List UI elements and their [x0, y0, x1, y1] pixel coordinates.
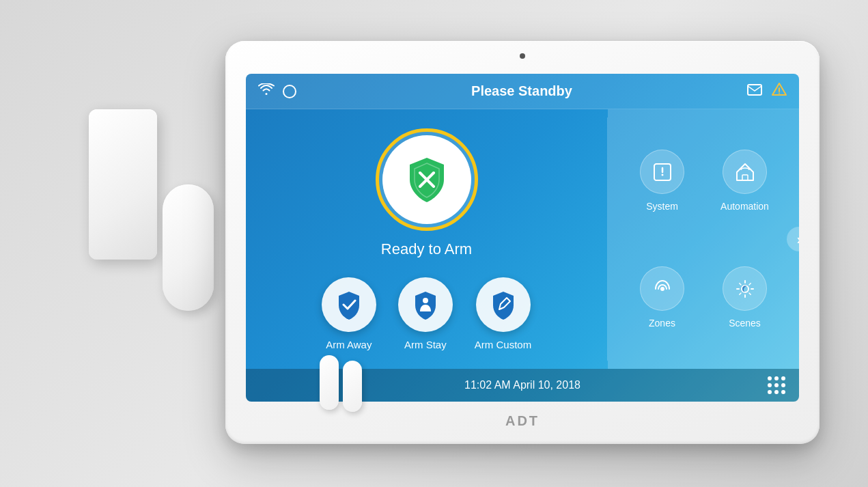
- zones-label: Zones: [649, 318, 675, 329]
- tablet-device: ADT: [225, 41, 820, 444]
- nav-scenes[interactable]: Scenes: [704, 240, 785, 355]
- scenes-label: Scenes: [729, 318, 761, 329]
- arm-stay-shield-icon: [410, 289, 441, 320]
- arm-away-circle: [322, 277, 376, 332]
- right-panel: System Automa: [608, 109, 799, 369]
- arm-stay-button[interactable]: Arm Stay: [398, 277, 453, 350]
- chevron-right-button[interactable]: ›: [787, 227, 799, 251]
- arm-stay-label: Arm Stay: [404, 339, 447, 350]
- zones-icon-circle: [640, 266, 684, 311]
- arm-custom-circle: [476, 277, 531, 332]
- wifi-icon: [258, 83, 275, 99]
- shield-icon: [400, 152, 454, 207]
- shield-status[interactable]: [376, 128, 478, 231]
- arm-custom-label: Arm Custom: [475, 339, 531, 350]
- left-panel: Ready to Arm Arm Away: [246, 109, 607, 369]
- system-label: System: [646, 201, 678, 212]
- dot-4: [768, 383, 772, 387]
- dot-3: [781, 376, 785, 380]
- message-icon[interactable]: [747, 84, 762, 99]
- sensor-medium: [163, 184, 214, 311]
- scenes-icon-circle: [723, 266, 767, 311]
- dot-7: [768, 390, 772, 394]
- nav-automation[interactable]: Automation: [704, 123, 785, 238]
- svg-point-5: [423, 298, 428, 303]
- dot-9: [781, 390, 785, 394]
- svg-point-11: [660, 287, 664, 291]
- svg-point-2: [779, 93, 780, 94]
- arm-custom-shield-icon: [488, 289, 519, 320]
- shield-inner: [382, 135, 471, 224]
- door-contact-2: [343, 361, 362, 412]
- svg-rect-0: [748, 85, 761, 95]
- status-bar: Please Standby: [246, 74, 799, 109]
- screen: Please Standby: [246, 74, 799, 402]
- motion-sensor-large: [89, 109, 157, 260]
- svg-line-19: [749, 283, 751, 284]
- automation-icon-circle: [723, 150, 767, 194]
- ready-label: Ready to Arm: [381, 240, 472, 258]
- arm-away-label: Arm Away: [326, 339, 372, 350]
- svg-line-18: [749, 293, 751, 294]
- nav-zones[interactable]: Zones: [621, 240, 703, 355]
- alert-icon[interactable]: [772, 83, 787, 100]
- main-content: Ready to Arm Arm Away: [246, 109, 799, 369]
- dot-5: [774, 383, 779, 387]
- dot-6: [781, 383, 785, 387]
- svg-point-9: [661, 173, 663, 176]
- arm-buttons: Arm Away: [322, 277, 531, 350]
- arm-custom-button[interactable]: Arm Custom: [475, 277, 531, 350]
- arm-away-shield-icon: [333, 289, 365, 320]
- svg-line-20: [739, 293, 740, 294]
- automation-icon: [734, 161, 756, 183]
- scene: ADT: [0, 0, 868, 487]
- svg-line-17: [739, 283, 740, 284]
- arm-away-button[interactable]: Arm Away: [322, 277, 376, 350]
- door-contact-1: [320, 355, 339, 410]
- dot-2: [774, 376, 779, 380]
- arm-stay-circle: [398, 277, 453, 332]
- status-icons-left: [258, 83, 296, 99]
- status-icons-right: [747, 83, 787, 100]
- automation-label: Automation: [720, 201, 769, 212]
- zones-icon: [652, 278, 673, 300]
- dot-1: [768, 376, 772, 380]
- datetime: 11:02 AM April 10, 2018: [464, 379, 580, 391]
- scenes-icon: [734, 278, 756, 300]
- dot-8: [774, 390, 779, 394]
- system-icon: [652, 161, 673, 183]
- signal-icon: [283, 85, 296, 98]
- svg-rect-10: [742, 175, 748, 180]
- menu-dots[interactable]: [768, 376, 785, 394]
- camera: [520, 53, 525, 59]
- status-title: Please Standby: [296, 83, 747, 99]
- adt-logo: ADT: [505, 413, 540, 429]
- system-icon-circle: [640, 150, 684, 194]
- nav-system[interactable]: System: [621, 123, 703, 238]
